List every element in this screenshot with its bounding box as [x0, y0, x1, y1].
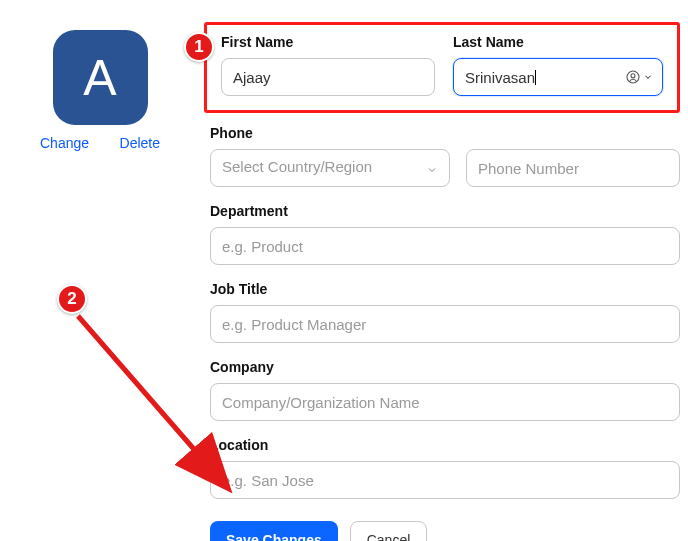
first-name-label: First Name	[221, 34, 435, 50]
cancel-button[interactable]: Cancel	[350, 521, 428, 541]
save-button[interactable]: Save Changes	[210, 521, 338, 541]
delete-avatar-link[interactable]: Delete	[120, 135, 160, 151]
avatar-initial: A	[83, 49, 116, 107]
phone-label: Phone	[210, 125, 680, 141]
country-select[interactable]: Select Country/Region	[210, 149, 450, 187]
location-label: Location	[210, 437, 680, 453]
company-input[interactable]	[210, 383, 680, 421]
svg-point-1	[631, 74, 635, 78]
text-cursor	[535, 70, 536, 85]
annotation-badge-1: 1	[184, 32, 214, 62]
chevron-down-icon	[426, 162, 438, 174]
name-highlight: First Name Last Name Srinivasan	[204, 22, 680, 113]
avatar[interactable]: A	[53, 30, 148, 125]
location-input[interactable]	[210, 461, 680, 499]
annotation-badge-2: 2	[57, 284, 87, 314]
country-placeholder: Select Country/Region	[222, 158, 372, 175]
first-name-input[interactable]	[221, 58, 435, 96]
change-avatar-link[interactable]: Change	[40, 135, 89, 151]
phone-number-input[interactable]	[466, 149, 680, 187]
department-label: Department	[210, 203, 680, 219]
department-input[interactable]	[210, 227, 680, 265]
last-name-label: Last Name	[453, 34, 663, 50]
company-label: Company	[210, 359, 680, 375]
contact-picker-icon[interactable]	[625, 69, 653, 85]
last-name-value: Srinivasan	[465, 69, 535, 86]
job-title-label: Job Title	[210, 281, 680, 297]
svg-point-0	[627, 71, 639, 83]
job-title-input[interactable]	[210, 305, 680, 343]
